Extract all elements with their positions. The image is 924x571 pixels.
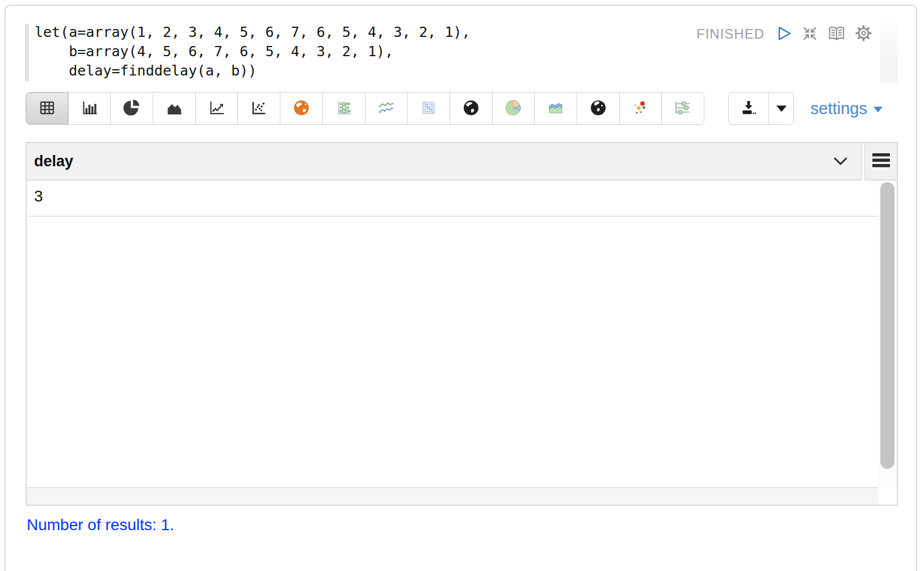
area-chart-icon (165, 98, 184, 119)
result-table: delay 3 (26, 142, 898, 506)
toolbar-button-world-map-orange[interactable] (280, 93, 323, 124)
code-line: b=array(4, 5, 6, 7, 6, 5, 4, 3, 2, 1), (35, 42, 471, 61)
chart-type-toolbar (26, 92, 704, 125)
download-options-button[interactable] (769, 93, 793, 124)
download-button[interactable] (729, 93, 769, 124)
toolbar-button-multi-line-chart[interactable] (366, 93, 408, 124)
horizontal-scrollbar-track[interactable] (27, 487, 878, 505)
toolbar-button-colored-scatter-plot[interactable] (620, 93, 662, 124)
bubble-chart-icon (334, 98, 354, 119)
pie-chart-icon (122, 98, 141, 119)
toolbar-button-line-chart[interactable] (196, 93, 238, 124)
toolbar-button-range-filters[interactable] (662, 93, 704, 124)
run-icon (775, 25, 793, 44)
collapse-button[interactable] (801, 25, 818, 44)
heatmap-icon (419, 98, 438, 119)
settings-label: settings (810, 99, 867, 118)
scatter-plot-icon (249, 98, 268, 119)
query-code: let(a=array(1, 2, 3, 4, 5, 6, 7, 6, 5, 4… (35, 23, 471, 81)
chevron-down-icon (776, 106, 787, 112)
editor-scrollbar-track[interactable] (880, 23, 898, 83)
status-bar: FINISHED (696, 24, 872, 44)
hamburger-menu-icon (872, 153, 890, 170)
world-map-dark-icon (461, 98, 481, 119)
download-split-button (728, 92, 794, 125)
docs-book-icon (827, 25, 846, 44)
chevron-down-icon[interactable] (833, 157, 848, 168)
query-settings-button[interactable] (855, 24, 872, 44)
toolbar-button-world-map-dark[interactable] (450, 93, 493, 124)
toolbar-button-table-view[interactable] (26, 93, 69, 124)
status-badge: FINISHED (696, 26, 765, 42)
toolbar-button-scatter-plot[interactable] (238, 93, 280, 124)
multi-line-chart-icon (376, 98, 396, 119)
toolbar-button-pie-chart-colored[interactable] (493, 93, 535, 124)
range-filters-icon (673, 98, 692, 119)
settings-link[interactable]: settings (810, 92, 883, 125)
run-button[interactable] (775, 25, 793, 44)
editor-gutter-bar (25, 24, 29, 81)
world-map-orange-icon (292, 98, 311, 119)
toolbar-button-bubble-chart[interactable] (323, 93, 366, 124)
chevron-down-icon (873, 107, 883, 112)
table-cell-delay: 3 (27, 180, 878, 205)
toolbar-button-globe-projection-dark[interactable] (577, 93, 620, 124)
table-view-icon (37, 98, 57, 119)
line-chart-icon (207, 98, 226, 119)
results-count-text: Number of results: 1. (27, 516, 174, 534)
bar-chart-icon (80, 98, 99, 119)
gear-icon (855, 24, 872, 44)
vertical-scrollbar-track[interactable] (878, 180, 897, 487)
toolbar-button-heatmap[interactable] (408, 93, 450, 124)
table-row: 3 (27, 180, 878, 217)
colored-scatter-plot-icon (631, 98, 650, 119)
collapse-icon (801, 25, 818, 44)
table-menu-button[interactable] (864, 143, 897, 180)
stacked-area-chart-icon (546, 98, 565, 119)
globe-projection-dark-icon (589, 98, 608, 119)
column-header-delay[interactable]: delay (27, 143, 862, 180)
table-header-row: delay (27, 143, 897, 180)
code-line: delay=finddelay(a, b)) (35, 61, 471, 81)
vertical-scrollbar-thumb[interactable] (880, 182, 894, 469)
table-body: 3 (27, 180, 897, 505)
toolbar-button-area-chart[interactable] (153, 93, 196, 124)
pie-chart-colored-icon (503, 98, 523, 119)
toolbar-button-bar-chart[interactable] (69, 93, 111, 124)
download-icon (739, 99, 758, 118)
toolbar-button-stacked-area-chart[interactable] (535, 93, 577, 124)
toolbar-button-pie-chart[interactable] (111, 93, 153, 124)
column-header-label: delay (27, 153, 73, 170)
scrollbar-corner (878, 487, 897, 505)
docs-button[interactable] (827, 25, 846, 44)
code-line: let(a=array(1, 2, 3, 4, 5, 6, 7, 6, 5, 4… (35, 23, 471, 42)
